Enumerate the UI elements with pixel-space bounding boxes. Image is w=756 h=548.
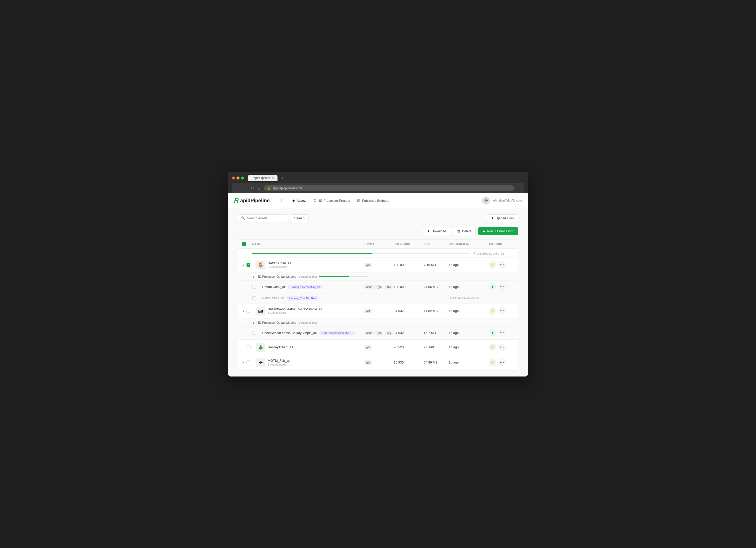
col-header-size: SIZE <box>424 243 449 245</box>
browser-menu-button[interactable]: ⋮ <box>517 186 521 191</box>
table-row-sheen: ▲ 🛋 SheenWoodLeathe...V-RaySimple_all 1 … <box>238 303 518 319</box>
row-checkbox-motm[interactable] <box>247 361 250 364</box>
more-button-sheen[interactable]: ••• <box>498 307 506 315</box>
collapse-icon[interactable]: ▲ <box>242 263 245 267</box>
uploaded-cell-holiday: 1d ago <box>449 345 489 349</box>
download-icon: ⬇ <box>427 229 430 233</box>
select-all-checkbox[interactable] <box>242 242 246 246</box>
download-label: Download <box>431 229 446 233</box>
row-checkbox-rattan[interactable]: ✓ <box>247 263 250 267</box>
output-collapse-sheen-icon[interactable]: ▲ <box>252 321 255 324</box>
search-input[interactable] <box>247 216 285 220</box>
new-tab-button[interactable]: + <box>279 175 286 181</box>
tab-close-icon[interactable]: ✕ <box>272 177 274 179</box>
format-cell-rattan: .glb <box>364 263 394 267</box>
delete-icon: 🗑 <box>457 229 460 233</box>
nav-3d-presets[interactable]: ⚙ 3D Processor Presets <box>313 197 350 203</box>
output-checkbox-cell-2 <box>252 296 262 300</box>
user-avatar: JD <box>482 197 490 205</box>
upload-label: Upload Files <box>496 216 514 220</box>
address-text: app.rapidpipeline.com <box>273 187 302 190</box>
search-area: 🔍 Search <box>238 214 309 222</box>
download-button-output-1[interactable]: ⬇ <box>489 283 496 291</box>
asset-name-cell-holiday: 🎄 HolidayTree 1_all <box>256 343 364 352</box>
more-button-rattan[interactable]: ••• <box>498 261 506 269</box>
output-checkbox-sheen-1[interactable] <box>252 331 256 335</box>
minimize-traffic-light[interactable] <box>237 177 239 179</box>
format-glb-sheen: .glb <box>375 331 383 335</box>
row-checkbox-sheen[interactable] <box>247 309 250 313</box>
forward-button[interactable]: → <box>243 186 248 191</box>
output-progress-fill <box>319 276 349 277</box>
table-row-holiday: 🎄 HolidayTree 1_all .glb 90 523 7.8 MB 1… <box>238 340 518 355</box>
output-tag-sheen-1: KTX Compression Mid ... <box>319 331 355 335</box>
format-badge-holiday: .glb <box>364 345 372 349</box>
collapse-sheen-icon[interactable]: ▲ <box>242 309 245 313</box>
more-button-output-1[interactable]: ••• <box>498 283 506 291</box>
more-button-motm[interactable]: ••• <box>498 359 506 366</box>
expand-check-holiday <box>242 345 256 349</box>
nav-presets-label: 3D Processor Presets <box>319 199 350 203</box>
output-name-2: Rattan Chair_all <box>262 297 284 300</box>
output-checkbox-1[interactable] <box>252 285 256 289</box>
run-3d-processor-button[interactable]: ▶ Run 3D Processor <box>478 227 518 235</box>
more-button-sheen-1[interactable]: ••• <box>498 329 506 337</box>
close-traffic-light[interactable] <box>232 177 235 179</box>
format-usdz-1: .usdz <box>364 285 374 289</box>
active-tab[interactable]: RapidPipeline ✕ <box>248 175 277 181</box>
output-count-sheen: 1 output model <box>299 321 317 324</box>
size-cell-rattan: 7.15 MB <box>424 263 449 267</box>
asset-info-sheen: SheenWoodLeathe...V-RaySimple_all 1 outp… <box>268 307 322 315</box>
row-checkbox-holiday[interactable] <box>247 345 251 349</box>
asset-name-holiday: HolidayTree 1_all <box>268 345 293 349</box>
lightning-button-motm[interactable]: ⚡ <box>489 359 496 366</box>
lightning-button-rattan[interactable]: ⚡ <box>489 261 496 269</box>
lightning-button-holiday[interactable]: ⚡ <box>489 343 496 351</box>
app-header: R apidPipeline ? ◆ Assets ⚙ 3D Processor… <box>228 193 528 208</box>
download-button-sheen-1[interactable]: ⬇ <box>489 329 496 337</box>
address-bar[interactable]: 🔒 app.rapidpipeline.com <box>264 185 514 191</box>
uploaded-cell-rattan: 1d ago <box>449 263 489 267</box>
back-button[interactable]: ← <box>235 186 241 191</box>
output-uploaded-2: less than a minute ago <box>449 297 489 300</box>
output-section-title: 3D Processor Output Models <box>257 275 296 279</box>
download-button[interactable]: ⬇ Download <box>423 227 450 235</box>
more-button-holiday[interactable]: ••• <box>498 343 506 351</box>
search-button[interactable]: Search <box>290 214 309 222</box>
col-header-format: FORMAT <box>364 243 394 245</box>
output-tag-1: Baking & Remeshing 4K <box>288 285 323 289</box>
output-section-rattan: ▲ 3D Processor Output Models 1 output mo… <box>238 273 518 303</box>
help-button[interactable]: ? <box>279 198 284 203</box>
polygons-cell-holiday: 90 523 <box>394 345 424 349</box>
home-button[interactable]: ⌂ <box>257 186 261 191</box>
size-cell-motm: 64.89 MB <box>424 361 449 364</box>
expand-motm-icon[interactable]: ▼ <box>242 361 245 364</box>
progress-bar-container <box>252 253 469 254</box>
nav-assets-label: Assets <box>297 199 307 203</box>
delete-button[interactable]: 🗑 Delete <box>453 227 476 235</box>
table-header: NAME FORMAT POLYGONS SIZE UPLOADED AT AC… <box>238 239 518 249</box>
uploaded-cell-motm: 1d ago <box>449 361 489 364</box>
lightning-button-sheen[interactable]: ⚡ <box>489 307 496 315</box>
asset-info-rattan: Rattan Chair_all 2 output models <box>268 261 291 269</box>
output-name-cell-sheen-1: SheenWoodLeathe...V-RaySimple_all KTX Co… <box>262 331 364 335</box>
output-size-1: 27.05 MB <box>424 285 449 289</box>
output-collapse-icon[interactable]: ▲ <box>252 275 255 278</box>
expand-check-cell: ▲ ✓ <box>242 263 256 267</box>
format-fbx-1: .fbx <box>385 285 393 289</box>
logo-icon: R <box>234 197 239 205</box>
maximize-traffic-light[interactable] <box>241 177 244 179</box>
nav-embeds[interactable]: ▤ Published Embeds <box>357 197 389 203</box>
row-actions-sheen: ⚡ ••• <box>489 307 514 315</box>
output-size-sheen-1: 4.07 MB <box>424 331 449 335</box>
nav-assets[interactable]: ◆ Assets <box>292 197 307 203</box>
format-cell-motm: .glb <box>364 360 394 365</box>
formats-cell-sheen-1: .usdz .glb .obj <box>364 331 394 335</box>
nav-items: ◆ Assets ⚙ 3D Processor Presets ▤ Publis… <box>292 197 474 203</box>
output-checkbox-2[interactable] <box>252 296 256 300</box>
search-input-wrapper: 🔍 <box>238 214 288 222</box>
user-email: john.doe@dgg3d.com <box>493 199 522 202</box>
upload-files-button[interactable]: ⬆ Upload Files <box>487 214 518 222</box>
refresh-button[interactable]: ↻ <box>250 186 255 191</box>
col-header-polygons: POLYGONS <box>394 243 424 245</box>
